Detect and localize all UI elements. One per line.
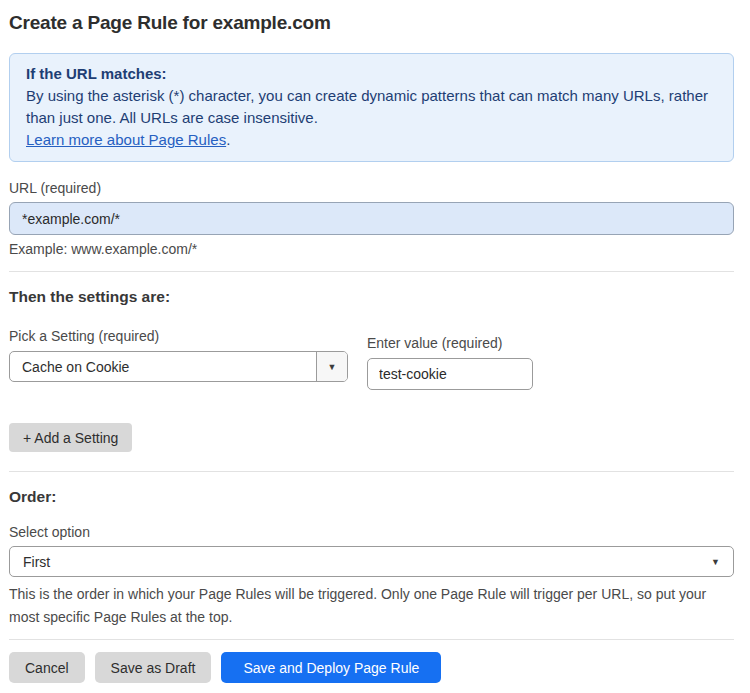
- settings-section-heading: Then the settings are:: [9, 288, 734, 306]
- order-section-heading: Order:: [9, 488, 734, 506]
- divider: [9, 471, 734, 472]
- url-helper-text: Example: www.example.com/*: [9, 241, 734, 257]
- info-box-heading: If the URL matches:: [26, 63, 717, 85]
- enter-value-label: Enter value (required): [367, 335, 533, 351]
- create-page-rule-form: Create a Page Rule for example.com If th…: [0, 0, 750, 683]
- url-input[interactable]: [9, 202, 734, 235]
- settings-row: Pick a Setting (required) Cache on Cooki…: [9, 328, 734, 390]
- value-column: Enter value (required): [367, 328, 533, 390]
- pick-setting-label: Pick a Setting (required): [9, 328, 348, 344]
- url-label: URL (required): [9, 180, 734, 196]
- chevron-down-icon: ▼: [711, 557, 720, 567]
- setting-select-value: Cache on Cookie: [10, 352, 316, 381]
- save-draft-button[interactable]: Save as Draft: [95, 652, 212, 683]
- setting-column: Pick a Setting (required) Cache on Cooki…: [9, 328, 348, 390]
- learn-more-link[interactable]: Learn more about Page Rules: [26, 131, 226, 148]
- divider: [9, 271, 734, 272]
- page-title: Create a Page Rule for example.com: [9, 12, 734, 34]
- footer-actions: Cancel Save as Draft Save and Deploy Pag…: [9, 652, 734, 683]
- link-suffix-text: .: [226, 131, 230, 148]
- add-setting-button[interactable]: + Add a Setting: [9, 423, 132, 452]
- save-deploy-button[interactable]: Save and Deploy Page Rule: [221, 652, 441, 683]
- order-select-label: Select option: [9, 524, 734, 540]
- order-select[interactable]: First ▼: [9, 546, 734, 577]
- cancel-button[interactable]: Cancel: [9, 652, 85, 683]
- info-box-link-row: Learn more about Page Rules.: [26, 129, 717, 151]
- setting-value-input[interactable]: [367, 358, 533, 390]
- setting-select[interactable]: Cache on Cookie ▼: [9, 351, 348, 382]
- order-helper-text: This is the order in which your Page Rul…: [9, 583, 734, 629]
- divider: [9, 639, 734, 640]
- info-box-body: By using the asterisk (*) character, you…: [26, 85, 717, 129]
- dropdown-arrow-icon[interactable]: ▼: [316, 352, 347, 381]
- order-select-value: First: [23, 554, 50, 570]
- url-match-info-box: If the URL matches: By using the asteris…: [9, 53, 734, 162]
